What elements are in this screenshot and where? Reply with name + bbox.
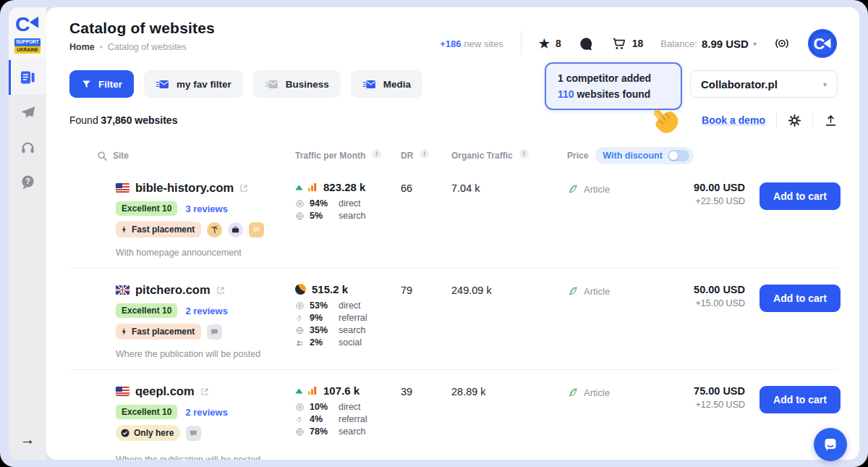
info-icon[interactable]: i [372,149,381,159]
external-link-icon[interactable] [216,286,225,295]
column-header-dr[interactable]: DR [401,151,413,161]
comment-icon[interactable] [249,222,264,237]
traffic-cell: 823.28 k 94% direct [295,181,401,221]
catalog-icon [19,69,36,86]
reviews-link[interactable]: 2 reviews [185,306,228,316]
site-cell: qeepl.com Excellent 10 2 reviews [116,384,295,441]
project-select-value: Collaborator.pl [701,78,778,91]
site-note: Where the publication will be posted [116,349,260,359]
info-icon[interactable]: i [519,149,529,159]
column-header-traffic[interactable]: Traffic per Month [295,151,365,161]
account-logo-button[interactable]: C [807,28,838,59]
funnel-icon [81,79,92,90]
sidebar-item-catalog[interactable] [9,60,46,95]
channel-label: search [339,325,366,335]
sidebar-item-help[interactable]: ? [9,164,46,199]
external-link-icon[interactable] [200,387,209,396]
pointing-hand-icon [647,104,684,143]
placement-badge: Only here [116,425,180,441]
content-type-cell: Article [567,384,642,398]
feather-icon [567,387,579,398]
palm-tree-icon[interactable] [207,222,222,237]
media-filter-button[interactable]: Media [351,70,422,98]
search-channel-icon [295,427,305,437]
messages-button[interactable] [579,36,594,51]
new-sites-counter[interactable]: +186new sites [440,38,503,49]
page-title: Catalog of websites [69,20,215,37]
export-button[interactable] [824,114,838,127]
business-filter-button[interactable]: Business [253,70,341,98]
with-discount-toggle[interactable]: With discount [595,147,694,164]
svg-text:C: C [814,35,825,53]
add-to-cart-button[interactable]: Add to cart [760,182,841,210]
lightning-icon [120,224,129,235]
add-to-cart-button[interactable]: Add to cart [760,285,841,312]
balance-label: Balance: [660,38,697,49]
expand-sidebar-button[interactable]: → [20,431,35,448]
my-fav-filter-button[interactable]: my fav filter [144,70,243,98]
site-cell: bible-history.com Excellent 10 3 reviews [116,181,295,237]
briefcase-icon[interactable] [228,222,243,237]
reviews-link[interactable]: 2 reviews [185,407,228,418]
breadcrumb-home[interactable]: Home [69,42,95,52]
channel-label: referral [339,414,367,424]
balance-menu[interactable]: Balance: 8.99 USD ▾ [660,38,757,50]
popover-line1: 1 competitor added [558,70,675,86]
comment-icon[interactable] [207,324,222,340]
support-ukraine-badge: SUPPORTUKRAINE [14,38,41,54]
site-note: Where the publication will be posted [116,455,260,460]
price-value: 75.00 USD [642,385,745,397]
channel-label: direct [339,402,361,412]
price-discount: +15.00 USD [642,298,745,308]
organic-cell: 28.89 k [451,384,567,397]
traffic-cell: 515.2 k 53% direct [295,283,401,348]
whats-new-button[interactable] [774,35,790,51]
page-header: Catalog of websites Home Catalog of webs… [69,7,838,59]
channel-pct: 78% [310,426,333,437]
traffic-value: 107.6 k [323,384,359,397]
dr-cell: 66 [401,181,451,194]
mail-filter-icon [156,78,170,91]
breadcrumb-separator [100,46,103,49]
chat-icon [579,36,594,51]
rating-badge: Excellent 10 [116,303,177,318]
external-link-icon[interactable] [239,184,248,193]
cart-button[interactable]: 18 [611,36,644,51]
sidebar-item-send[interactable] [9,95,46,130]
intercom-chat-button[interactable] [814,428,847,461]
favorites-button[interactable]: ★ 8 [539,38,561,50]
site-domain[interactable]: bible-history.com [135,181,234,195]
reviews-link[interactable]: 3 reviews [185,203,228,214]
column-header-organic[interactable]: Organic Traffic [451,151,513,161]
us-flag-icon [116,387,129,396]
feather-icon [567,183,579,195]
filter-button[interactable]: Filter [69,70,134,98]
breadcrumb: Home Catalog of websites [69,42,215,52]
price-value: 50.00 USD [642,284,745,295]
comment-icon[interactable] [186,426,201,441]
whats-new-icon [774,35,790,51]
channel-pct: 9% [310,313,333,323]
placement-badge: Fast placement [116,222,201,237]
column-header-site[interactable]: Site [113,151,129,161]
content-type-label: Article [584,286,610,297]
sidebar-item-support[interactable] [9,130,46,164]
project-select[interactable]: Collaborator.pl ▾ [690,70,838,98]
column-header-price[interactable]: Price [567,151,588,161]
settings-button[interactable] [788,114,801,127]
social-channel-icon [295,338,305,348]
traffic-value: 515.2 k [312,283,348,295]
search-channel-icon [295,326,305,335]
site-domain[interactable]: pitchero.com [135,283,210,297]
table-row: bible-history.com Excellent 10 3 reviews [69,167,838,268]
toolbar-divider [776,113,777,127]
search-icon[interactable] [97,151,108,161]
price-cell: 50.00 USD +15.00 USD [642,283,745,308]
toggle-icon[interactable] [668,150,689,161]
book-demo-link[interactable]: Book a demo [702,114,765,126]
price-discount: +12.50 USD [642,400,745,410]
add-to-cart-button[interactable]: Add to cart [760,386,841,413]
info-icon[interactable]: i [420,149,429,159]
site-domain[interactable]: qeepl.com [135,384,195,398]
sidebar-logo-block[interactable]: C SUPPORTUKRAINE [9,7,46,60]
